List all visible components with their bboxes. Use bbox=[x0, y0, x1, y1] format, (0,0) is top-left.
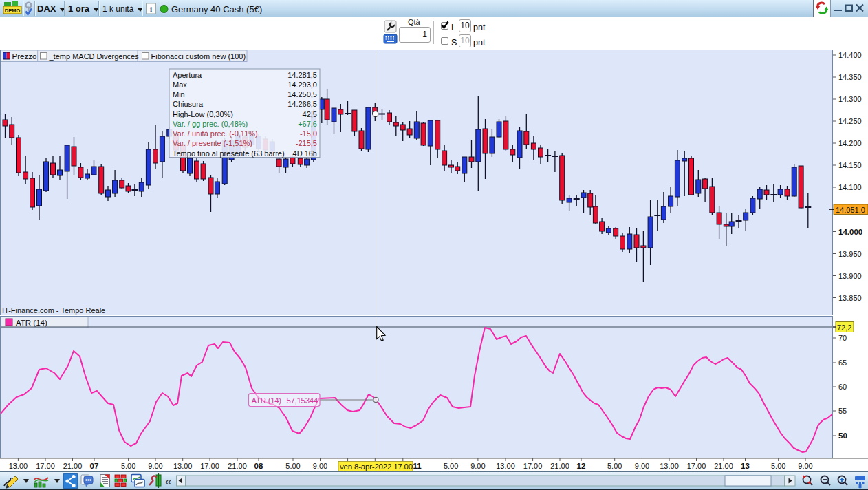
svg-text:Min: Min bbox=[173, 90, 185, 98]
svg-text:_temp MACD Divergences: _temp MACD Divergences bbox=[49, 52, 140, 61]
svg-text:4D 16h: 4D 16h bbox=[293, 149, 317, 158]
svg-text:13: 13 bbox=[741, 462, 750, 470]
svg-text:13.00: 13.00 bbox=[660, 462, 679, 470]
svg-text:Tempo fino al presente (63 bar: Tempo fino al presente (63 barre) bbox=[173, 149, 285, 158]
svg-text:Apertura: Apertura bbox=[173, 71, 202, 79]
svg-text:07: 07 bbox=[90, 462, 99, 470]
svg-text:08: 08 bbox=[254, 462, 263, 470]
svg-text:ven 8-apr-2022 17.00: ven 8-apr-2022 17.00 bbox=[340, 462, 413, 471]
svg-text:ATR (14): ATR (14) bbox=[16, 319, 47, 327]
svg-text:17.00: 17.00 bbox=[523, 462, 543, 470]
svg-text:Chiusura: Chiusura bbox=[173, 100, 204, 108]
svg-text:14.293,0: 14.293,0 bbox=[287, 81, 317, 89]
svg-text:-15,0: -15,0 bbox=[300, 129, 317, 138]
svg-text:High-Low (0,30%): High-Low (0,30%) bbox=[173, 110, 233, 118]
svg-text:5.00: 5.00 bbox=[444, 462, 458, 470]
svg-text:14.100: 14.100 bbox=[838, 183, 862, 191]
svg-text:Var. / unità prec. (-0,11%): Var. / unità prec. (-0,11%) bbox=[173, 129, 258, 138]
svg-text:IT-Finance.com - Tempo Reale: IT-Finance.com - Tempo Reale bbox=[2, 306, 105, 315]
svg-text:ATR (14): ATR (14) bbox=[252, 396, 282, 405]
svg-text:60: 60 bbox=[838, 383, 847, 391]
svg-text:14.000: 14.000 bbox=[838, 228, 862, 236]
svg-text:57,15344: 57,15344 bbox=[286, 396, 318, 405]
svg-text:14.300: 14.300 bbox=[838, 95, 862, 103]
svg-text:Max: Max bbox=[173, 81, 187, 89]
svg-text:14.200: 14.200 bbox=[838, 139, 862, 147]
svg-text:9.00: 9.00 bbox=[148, 462, 162, 470]
svg-text:72,2: 72,2 bbox=[837, 323, 851, 332]
svg-text:13.950: 13.950 bbox=[838, 250, 862, 258]
svg-text:14.250,5: 14.250,5 bbox=[287, 90, 317, 98]
svg-text:11: 11 bbox=[413, 462, 422, 470]
svg-text:14.150: 14.150 bbox=[838, 161, 862, 169]
svg-text:5.00: 5.00 bbox=[285, 462, 300, 470]
svg-text:55: 55 bbox=[838, 407, 847, 415]
svg-text:17.00: 17.00 bbox=[687, 462, 706, 470]
svg-text:+67,6: +67,6 bbox=[298, 120, 317, 128]
svg-text:13.00: 13.00 bbox=[496, 462, 515, 470]
svg-text:5.00: 5.00 bbox=[771, 462, 785, 470]
svg-text:Prezzo: Prezzo bbox=[12, 52, 37, 61]
svg-text:«: « bbox=[165, 475, 171, 488]
svg-text:21.00: 21.00 bbox=[228, 462, 247, 470]
svg-text:13.00: 13.00 bbox=[9, 462, 28, 470]
svg-text:13.850: 13.850 bbox=[838, 294, 862, 302]
svg-text:14.350: 14.350 bbox=[838, 73, 862, 81]
svg-text:Var. / presente (-1,51%): Var. / presente (-1,51%) bbox=[173, 139, 252, 147]
svg-text:42,5: 42,5 bbox=[303, 110, 317, 118]
svg-text:13.00: 13.00 bbox=[173, 462, 193, 470]
svg-text:12: 12 bbox=[577, 462, 586, 470]
svg-text:21.00: 21.00 bbox=[63, 462, 83, 470]
svg-text:Var. / gg prec. (0,48%): Var. / gg prec. (0,48%) bbox=[173, 120, 248, 128]
svg-text:9.00: 9.00 bbox=[470, 462, 485, 470]
svg-text:-215,5: -215,5 bbox=[296, 139, 317, 147]
svg-text:14.266,5: 14.266,5 bbox=[287, 100, 317, 108]
svg-text:5.00: 5.00 bbox=[121, 462, 135, 470]
svg-text:14.281,5: 14.281,5 bbox=[287, 71, 317, 79]
svg-text:9.00: 9.00 bbox=[798, 462, 812, 470]
svg-text:17.00: 17.00 bbox=[36, 462, 55, 470]
svg-text:14.400: 14.400 bbox=[838, 51, 862, 59]
svg-text:9.00: 9.00 bbox=[313, 462, 327, 470]
svg-text:14.051,0: 14.051,0 bbox=[836, 206, 865, 214]
svg-text:5.00: 5.00 bbox=[607, 462, 622, 470]
svg-text:Fibonacci custom new (100): Fibonacci custom new (100) bbox=[151, 52, 246, 61]
svg-text:13.900: 13.900 bbox=[838, 272, 862, 280]
svg-text:70: 70 bbox=[838, 334, 847, 342]
svg-text:17.00: 17.00 bbox=[200, 462, 219, 470]
svg-text:65: 65 bbox=[838, 359, 847, 367]
svg-text:9.00: 9.00 bbox=[635, 462, 649, 470]
svg-text:21.00: 21.00 bbox=[550, 462, 569, 470]
svg-text:14.250: 14.250 bbox=[838, 117, 862, 125]
svg-text:21.00: 21.00 bbox=[714, 462, 733, 470]
svg-text:50: 50 bbox=[838, 432, 847, 440]
